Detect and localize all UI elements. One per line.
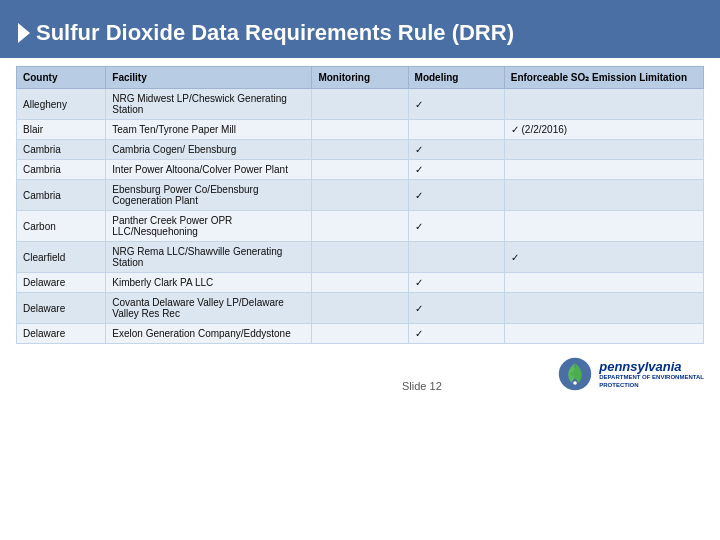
cell-facility: Covanta Delaware Valley LP/Delaware Vall… [106, 293, 312, 324]
table-row: DelawareKimberly Clark PA LLC✓ [17, 273, 704, 293]
cell-county: Clearfield [17, 242, 106, 273]
cell-monitoring [312, 180, 408, 211]
cell-enforceable [504, 140, 703, 160]
cell-monitoring [312, 140, 408, 160]
svg-point-1 [573, 381, 577, 385]
cell-county: Cambria [17, 160, 106, 180]
header-monitoring: Monitoring [312, 67, 408, 89]
cell-modeling: ✓ [408, 324, 504, 344]
cell-enforceable: ✓ (2/2/2016) [504, 120, 703, 140]
cell-modeling: ✓ [408, 211, 504, 242]
title-bar: Sulfur Dioxide Data Requirements Rule (D… [0, 8, 720, 58]
cell-monitoring [312, 242, 408, 273]
cell-facility: NRG Midwest LP/Cheswick Generating Stati… [106, 89, 312, 120]
cell-county: Allegheny [17, 89, 106, 120]
logo-area: pennsylvania DEPARTMENT OF ENVIRONMENTAL… [557, 356, 704, 392]
cell-county: Delaware [17, 273, 106, 293]
cell-enforceable [504, 180, 703, 211]
header-county: County [17, 67, 106, 89]
cell-enforceable [504, 160, 703, 180]
cell-monitoring [312, 89, 408, 120]
table-row: DelawareCovanta Delaware Valley LP/Delaw… [17, 293, 704, 324]
page-title: Sulfur Dioxide Data Requirements Rule (D… [36, 20, 514, 45]
table-row: DelawareExelon Generation Company/Eddyst… [17, 324, 704, 344]
cell-monitoring [312, 160, 408, 180]
cell-modeling [408, 120, 504, 140]
cell-county: Cambria [17, 180, 106, 211]
cell-facility: Team Ten/Tyrone Paper Mill [106, 120, 312, 140]
cell-enforceable [504, 273, 703, 293]
logo-dept-line2: PROTECTION [599, 382, 638, 390]
top-bar [0, 0, 720, 8]
logo-dept-line1: DEPARTMENT OF ENVIRONMENTAL [599, 374, 704, 382]
cell-enforceable [504, 211, 703, 242]
footer-area: Slide 12 pennsylvania DEPARTMENT OF ENVI… [0, 352, 720, 398]
table-row: BlairTeam Ten/Tyrone Paper Mill✓ (2/2/20… [17, 120, 704, 140]
cell-modeling [408, 242, 504, 273]
header-modeling: Modeling [408, 67, 504, 89]
cell-modeling: ✓ [408, 140, 504, 160]
cell-facility: Kimberly Clark PA LLC [106, 273, 312, 293]
cell-enforceable [504, 324, 703, 344]
cell-modeling: ✓ [408, 89, 504, 120]
cell-modeling: ✓ [408, 293, 504, 324]
cell-enforceable [504, 89, 703, 120]
table-row: CarbonPanther Creek Power OPR LLC/Nesque… [17, 211, 704, 242]
table-row: AlleghenyNRG Midwest LP/Cheswick Generat… [17, 89, 704, 120]
cell-facility: Exelon Generation Company/Eddystone [106, 324, 312, 344]
cell-county: Carbon [17, 211, 106, 242]
cell-monitoring [312, 273, 408, 293]
pa-logo-icon [557, 356, 593, 392]
cell-monitoring [312, 324, 408, 344]
cell-county: Blair [17, 120, 106, 140]
cell-facility: Cambria Cogen/ Ebensburg [106, 140, 312, 160]
slide-label: Slide 12 [287, 380, 558, 392]
cell-facility: Inter Power Altoona/Colver Power Plant [106, 160, 312, 180]
table-row: ClearfieldNRG Rema LLC/Shawville Generat… [17, 242, 704, 273]
table-row: CambriaEbensburg Power Co/Ebensburg Coge… [17, 180, 704, 211]
cell-monitoring [312, 120, 408, 140]
cell-facility: NRG Rema LLC/Shawville Generating Statio… [106, 242, 312, 273]
table-row: CambriaInter Power Altoona/Colver Power … [17, 160, 704, 180]
cell-monitoring [312, 293, 408, 324]
slide-container: Sulfur Dioxide Data Requirements Rule (D… [0, 0, 720, 540]
header-facility: Facility [106, 67, 312, 89]
cell-modeling: ✓ [408, 273, 504, 293]
table-body: AlleghenyNRG Midwest LP/Cheswick Generat… [17, 89, 704, 344]
cell-modeling: ✓ [408, 160, 504, 180]
table-header-row: County Facility Monitoring Modeling Enfo… [17, 67, 704, 89]
cell-county: Delaware [17, 324, 106, 344]
logo-text: pennsylvania DEPARTMENT OF ENVIRONMENTAL… [599, 359, 704, 390]
cell-facility: Panther Creek Power OPR LLC/Nesquehoning [106, 211, 312, 242]
cell-enforceable: ✓ [504, 242, 703, 273]
cell-county: Delaware [17, 293, 106, 324]
cell-enforceable [504, 293, 703, 324]
table-row: CambriaCambria Cogen/ Ebensburg✓ [17, 140, 704, 160]
content-area: County Facility Monitoring Modeling Enfo… [0, 58, 720, 352]
logo-pennsylvania-label: pennsylvania [599, 359, 681, 374]
cell-county: Cambria [17, 140, 106, 160]
data-table: County Facility Monitoring Modeling Enfo… [16, 66, 704, 344]
cell-facility: Ebensburg Power Co/Ebensburg Cogeneratio… [106, 180, 312, 211]
cell-modeling: ✓ [408, 180, 504, 211]
header-enforceable: Enforceable SO₂ Emission Limitation [504, 67, 703, 89]
cell-monitoring [312, 211, 408, 242]
